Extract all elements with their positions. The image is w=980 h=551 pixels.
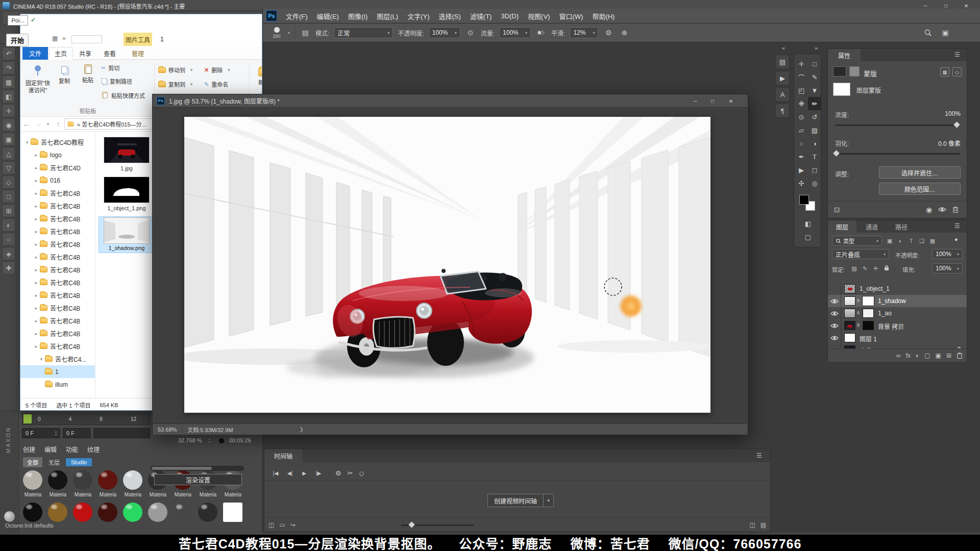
status-expander-icon[interactable]: ❯	[300, 427, 304, 432]
transport-icon[interactable]: |▶	[312, 468, 325, 479]
layer-row[interactable]: 图层 1	[828, 332, 967, 344]
material-menu-item[interactable]: 创建	[23, 445, 35, 454]
layers-action-icon[interactable]: ▣	[936, 352, 941, 359]
material-sphere[interactable]	[23, 470, 42, 490]
c4d-tool-icon[interactable]: ▦	[2, 76, 15, 89]
caret-right-icon[interactable]: ▸	[33, 165, 40, 170]
collapse-toolbar-icon[interactable]: »	[810, 44, 822, 52]
tool-button[interactable]: ✏	[808, 97, 821, 110]
doc-maximize-button[interactable]: □	[705, 97, 720, 105]
c4d-tool-icon[interactable]: ↷	[2, 61, 15, 74]
material-sphere[interactable]	[73, 503, 92, 522]
timeline-option-icon[interactable]: ◫	[268, 521, 274, 529]
timeline-option-icon[interactable]: ▭	[279, 521, 285, 529]
rename-button[interactable]: ✎重命名	[204, 80, 228, 88]
panel-menu-icon[interactable]: ☰	[954, 51, 960, 58]
layers-action-icon[interactable]: ∞	[896, 352, 901, 359]
material-sphere[interactable]	[123, 503, 142, 522]
c4d-tool-icon[interactable]: ▣	[2, 133, 15, 146]
opacity-select[interactable]: 100%▾	[429, 27, 460, 38]
c4d-tool-icon[interactable]: ◈	[2, 247, 15, 260]
density-value[interactable]: 100%	[930, 110, 961, 117]
tab-channels[interactable]: 通道	[857, 220, 886, 233]
ps-menu-item[interactable]: 窗口(W)	[554, 9, 587, 23]
material-name[interactable]: Materia	[220, 492, 246, 497]
transport-icon[interactable]: ◀|	[284, 468, 296, 479]
caret-right-icon[interactable]: ▸	[33, 191, 40, 196]
caret-right-icon[interactable]: ▸	[33, 216, 40, 221]
layer-filter-select[interactable]: 类型 ▾	[832, 236, 882, 246]
tree-item[interactable]: ▸ 苦七君C4B	[20, 340, 95, 353]
caret-right-icon[interactable]: ▸	[33, 255, 40, 260]
c4d-tool-icon[interactable]: □	[2, 190, 15, 203]
c4d-tool-icon[interactable]: ◇	[2, 176, 15, 189]
material-menu-item[interactable]: 功能	[66, 445, 78, 454]
ps-menu-item[interactable]: 选择(S)	[434, 9, 465, 23]
spinner-icon[interactable]: ▴▾	[55, 430, 57, 436]
tree-item[interactable]: ▸ 苦七君C4B	[20, 199, 95, 212]
tool-button[interactable]: T	[808, 150, 821, 163]
layers-action-icon[interactable]: ◐	[916, 352, 919, 359]
material-sphere[interactable]	[148, 503, 167, 522]
tool-button[interactable]: ✛	[795, 57, 808, 70]
layer-thumbnail[interactable]	[844, 333, 855, 342]
ps-menu-item[interactable]: 帮助(H)	[587, 9, 619, 23]
c4d-tool-icon[interactable]: ↶	[2, 47, 15, 60]
material-sphere[interactable]	[123, 470, 142, 490]
visibility-cell[interactable]	[828, 295, 841, 307]
color-swatches[interactable]	[799, 195, 817, 212]
smoothing-gear-icon[interactable]: ⚙	[603, 27, 614, 38]
workspace-switcher-icon[interactable]: ▣	[940, 27, 951, 38]
tool-button[interactable]: ◎	[808, 177, 821, 190]
material-sphere[interactable]	[198, 503, 217, 522]
filter-icon[interactable]: ❏	[917, 236, 926, 245]
c4d-tool-icon[interactable]: △	[2, 147, 15, 160]
c4d-zoom-value[interactable]: 32.768 %	[178, 437, 202, 443]
material-sphere[interactable]	[48, 503, 67, 522]
paste-shortcut-button[interactable]: 粘贴快捷方式	[101, 90, 145, 100]
tree-item[interactable]: ▸ 苦七君C4B	[20, 238, 95, 251]
screen-mode-icon[interactable]: ▢	[802, 232, 814, 242]
caret-right-icon[interactable]: ▸	[33, 280, 40, 285]
blend-mode-select[interactable]: 正片叠底▾	[832, 249, 889, 259]
paste-button[interactable]: 粘贴	[77, 62, 99, 106]
airbrush-icon[interactable]	[535, 27, 547, 38]
transport-icon[interactable]: ▶	[298, 468, 310, 479]
foreground-color-swatch[interactable]	[799, 195, 809, 205]
load-selection-icon[interactable]: ⊡	[834, 206, 840, 214]
density-slider-handle[interactable]	[953, 121, 960, 128]
panel-menu-icon[interactable]: ☰	[954, 222, 960, 230]
tool-button[interactable]: ▼	[808, 84, 821, 97]
qat-grid-icon[interactable]: ▦	[52, 35, 58, 42]
layer-mask-thumb[interactable]	[833, 83, 850, 96]
layer-thumbnail[interactable]	[844, 309, 855, 318]
add-mask-icon[interactable]: ◇	[952, 67, 962, 77]
render-settings-button[interactable]: 渲染设置	[154, 474, 242, 485]
ps-menu-item[interactable]: 文字(Y)	[403, 9, 434, 23]
layer-name[interactable]: 1_shadow	[878, 297, 906, 305]
tree-item[interactable]: ▸ 苦七君C4B	[20, 187, 95, 199]
caret-right-icon[interactable]: ▸	[33, 153, 40, 158]
tool-button[interactable]: ◰	[795, 84, 808, 97]
forward-icon[interactable]: →	[33, 120, 44, 128]
context-tab-picture-tools[interactable]: 图片工具	[124, 33, 152, 46]
caret-right-icon[interactable]: ▸	[33, 318, 40, 323]
visibility-cell[interactable]	[828, 332, 841, 344]
fill-select[interactable]: 100%▾	[932, 263, 963, 273]
canvas[interactable]	[184, 117, 710, 413]
file-item-selected[interactable]: 1_shadow.png	[99, 216, 155, 253]
filter-tab-nolayer[interactable]: 无层	[44, 457, 64, 467]
mask-visibility-eye-icon[interactable]	[938, 207, 946, 212]
color-range-button[interactable]: 颜色范围…	[879, 183, 961, 195]
scrollbar-thumb[interactable]	[152, 467, 212, 470]
tool-button[interactable]: □	[808, 57, 821, 70]
material-sphere[interactable]	[173, 503, 192, 522]
frame-field[interactable]: 0 F▴▾	[22, 428, 60, 438]
playhead[interactable]	[23, 414, 32, 423]
layer-mask-thumbnail[interactable]	[863, 296, 874, 306]
ps-menu-item[interactable]: 滤镜(T)	[465, 9, 497, 23]
ribbon-tab-share[interactable]: 共享	[74, 47, 97, 60]
timeline-option-icon[interactable]: ▤	[761, 521, 766, 529]
tool-button[interactable]: ◻	[808, 163, 821, 177]
filter-icon[interactable]: ▣	[885, 236, 894, 245]
